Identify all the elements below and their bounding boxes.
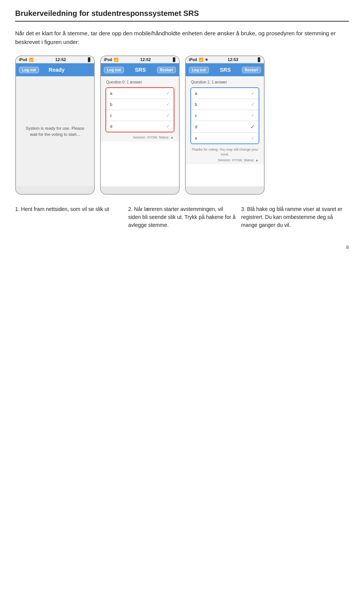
option-label-e-3: e xyxy=(195,136,197,140)
caption-text-2: Når læreren starter avstemmingen, vil si… xyxy=(128,206,235,228)
option-c-3[interactable]: c ✓ xyxy=(191,110,259,121)
restart-btn-3[interactable]: Restart xyxy=(242,67,261,73)
iphone-bottom-3 xyxy=(186,186,264,194)
battery-icon-3: ▊ xyxy=(258,58,261,62)
option-label-c-3: c xyxy=(195,113,197,118)
time-2: 12:52 xyxy=(140,57,151,62)
caption-number-1: 1. xyxy=(15,206,21,212)
logout-btn-2[interactable]: Log out xyxy=(104,67,124,73)
iphone-screen-1: iPod 📶 12:52 ▊ Log out Ready System is r… xyxy=(15,55,95,195)
option-label-a-2: a xyxy=(110,91,112,96)
logout-btn-1[interactable]: Log out xyxy=(19,67,39,73)
check-c-3: ✓ xyxy=(251,113,255,118)
question-header-2: Question 0: 1 answer xyxy=(105,80,174,84)
check-d-3-selected: ✓ xyxy=(250,124,255,130)
battery-icon-2: ▊ xyxy=(173,58,176,62)
wifi-icon-2: 📶 xyxy=(114,58,118,62)
check-c-2: ✓ xyxy=(166,113,170,118)
vote-options-2: a ✓ b ✓ c ✓ d ✓ xyxy=(105,87,174,132)
option-b-2[interactable]: b ✓ xyxy=(106,99,174,110)
status-left-2: iPod 📶 xyxy=(104,58,118,62)
vote-options-3: a ✓ b ✓ c ✓ d ✓ xyxy=(190,87,259,144)
caption-number-3: 3. xyxy=(241,206,247,212)
battery-1: ▊ xyxy=(88,58,91,62)
caption-1: 1. Hent fram nettsiden, som vil se slik … xyxy=(15,205,123,213)
iphone-screen-2: iPod 📶 12:52 ▊ Log out SRS Restart Quest… xyxy=(100,55,180,195)
intro-text: Når det er klart for å stemme, tar dere … xyxy=(15,29,349,46)
page-title: Brukerveiledning for studentresponssyste… xyxy=(15,9,349,18)
screen-body-1: System is ready for use. Please wait for… xyxy=(16,76,94,186)
status-bar-3: iPod 📶 ☀ 12:53 ▊ xyxy=(186,56,264,63)
battery-2: ▊ xyxy=(173,58,176,62)
page-header: Brukerveiledning for studentresponssyste… xyxy=(15,9,349,22)
ipod-label-2: iPod xyxy=(104,58,112,62)
wifi-icon-1: 📶 xyxy=(29,58,33,62)
caption-2: 2. Når læreren starter avstemmingen, vil… xyxy=(128,205,236,229)
screenshots-row: iPod 📶 12:52 ▊ Log out Ready System is r… xyxy=(15,55,349,195)
status-bar-1: iPod 📶 12:52 ▊ xyxy=(16,56,94,63)
iphone-bottom-1 xyxy=(16,186,94,194)
screen-body-3: Question 1: 1 answer a ✓ b ✓ c ✓ xyxy=(186,76,264,186)
option-b-3[interactable]: b ✓ xyxy=(191,99,259,110)
check-b-2: ✓ xyxy=(166,102,170,107)
option-d-3[interactable]: d ✓ xyxy=(191,121,259,133)
nav-bar-3: Log out SRS Restart xyxy=(186,63,264,76)
restart-btn-2[interactable]: Restart xyxy=(157,67,176,73)
battery-icon-1: ▊ xyxy=(88,58,91,62)
option-a-2[interactable]: a ✓ xyxy=(106,88,174,99)
status-bar-2: iPod 📶 12:52 ▊ xyxy=(101,56,179,63)
option-d-2[interactable]: d ✓ xyxy=(106,121,174,132)
option-label-b-3: b xyxy=(195,102,197,107)
captions-row: 1. Hent fram nettsiden, som vil se slik … xyxy=(15,205,349,229)
check-a-2: ✓ xyxy=(166,91,170,96)
option-e-3[interactable]: e ✓ xyxy=(191,133,259,143)
session-info-3: Session: IIYOW, Status: ▲ xyxy=(190,158,259,162)
option-c-2[interactable]: c ✓ xyxy=(106,110,174,121)
page-container: Brukerveiledning for studentresponssyste… xyxy=(0,0,364,273)
status-left-3: iPod 📶 ☀ xyxy=(189,58,208,62)
time-1: 12:52 xyxy=(55,57,66,62)
option-a-3[interactable]: a ✓ xyxy=(191,88,259,99)
sun-icon-3: ☀ xyxy=(205,58,208,62)
check-e-3: ✓ xyxy=(251,135,255,141)
nav-title-2: SRS xyxy=(135,67,146,73)
status-left-1: iPod 📶 xyxy=(19,58,33,62)
nav-title-3: SRS xyxy=(220,67,231,73)
option-label-d-2: d xyxy=(110,124,112,129)
ready-text: System is ready for use. Please wait for… xyxy=(24,125,86,138)
nav-title-1: Ready xyxy=(49,67,64,73)
page-number: 8 xyxy=(15,244,349,250)
nav-bar-2: Log out SRS Restart xyxy=(101,63,179,76)
battery-3: ▊ xyxy=(258,58,261,62)
screen-body-2: Question 0: 1 answer a ✓ b ✓ c ✓ xyxy=(101,76,179,186)
caption-3: 3. Blå hake og blå ramme viser at svaret… xyxy=(241,205,349,229)
session-info-2: Session: IIYOW, Status: ▲ xyxy=(105,135,174,139)
option-label-a-3: a xyxy=(195,91,197,96)
voting-screen-2: Question 0: 1 answer a ✓ b ✓ c ✓ xyxy=(101,76,179,142)
iphone-bottom-2 xyxy=(101,186,179,194)
option-label-b-2: b xyxy=(110,102,112,107)
caption-text-1: Hent fram nettsiden, som vil se slik ut xyxy=(21,206,109,212)
option-label-c-2: c xyxy=(110,113,112,118)
caption-text-3: Blå hake og blå ramme viser at svaret er… xyxy=(241,206,342,228)
caption-number-2: 2. xyxy=(128,206,134,212)
ipod-label-1: iPod xyxy=(19,58,27,62)
ready-screen: System is ready for use. Please wait for… xyxy=(16,76,94,186)
ipod-label-3: iPod xyxy=(189,58,197,62)
check-d-2: ✓ xyxy=(166,124,170,129)
voting-screen-3: Question 1: 1 answer a ✓ b ✓ c ✓ xyxy=(186,76,264,164)
question-header-3: Question 1: 1 answer xyxy=(190,80,259,84)
thanks-text-3: Thanks for voting. You may still change … xyxy=(190,147,259,157)
logout-btn-3[interactable]: Log out xyxy=(189,67,209,73)
wifi-icon-3: 📶 xyxy=(199,58,203,62)
check-b-3: ✓ xyxy=(251,102,255,107)
nav-bar-1: Log out Ready xyxy=(16,63,94,76)
check-a-3: ✓ xyxy=(251,91,255,96)
option-label-d-3: d xyxy=(195,124,197,129)
time-3: 12:53 xyxy=(228,57,238,62)
iphone-screen-3: iPod 📶 ☀ 12:53 ▊ Log out SRS Restart Que… xyxy=(185,55,265,195)
